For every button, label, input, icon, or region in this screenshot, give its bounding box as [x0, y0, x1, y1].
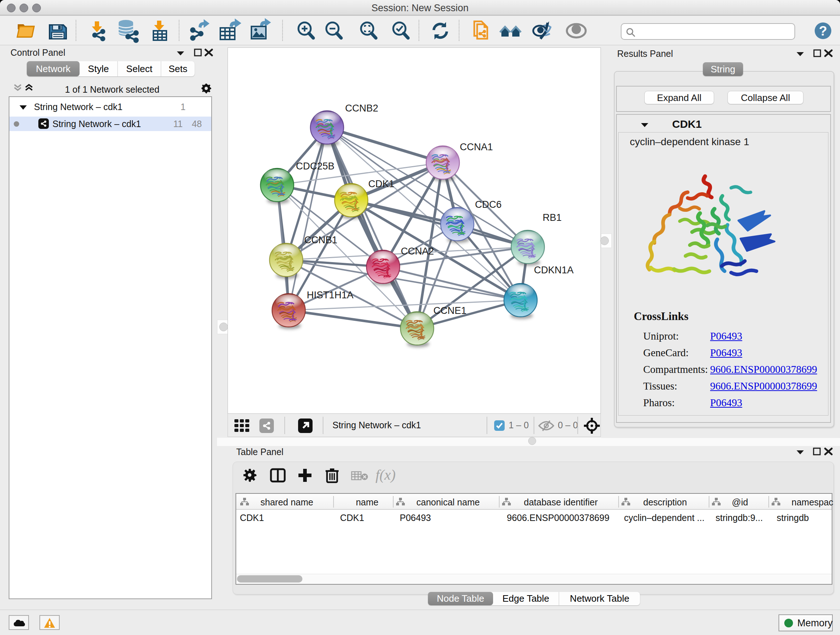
svg-text:CDKN1A: CDKN1A [534, 264, 574, 276]
svg-text:CCNA1: CCNA1 [460, 141, 493, 152]
svg-text:CCNE1: CCNE1 [433, 305, 467, 316]
svg-text:CDC25B: CDC25B [296, 161, 335, 172]
svg-text:CCNB2: CCNB2 [345, 103, 378, 114]
svg-text:CCNB1: CCNB1 [304, 234, 338, 245]
svg-text:CDK1: CDK1 [368, 179, 394, 189]
svg-text:RB1: RB1 [543, 212, 562, 223]
svg-text:CDC6: CDC6 [475, 199, 502, 210]
svg-text:CCNA2: CCNA2 [401, 246, 434, 257]
svg-text:?: ? [819, 24, 827, 38]
svg-text:HIST1H1A: HIST1H1A [307, 290, 354, 301]
